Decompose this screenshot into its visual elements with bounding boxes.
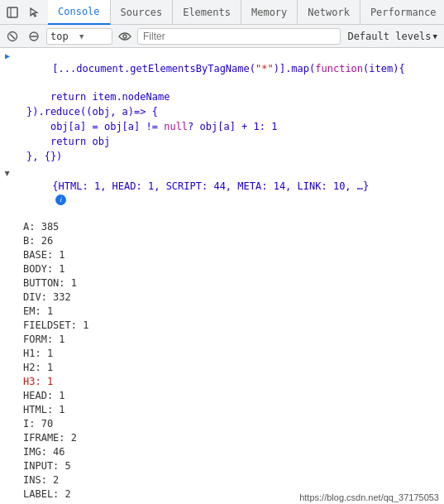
default-levels-arrow: ▼ <box>433 32 437 41</box>
tab-console[interactable]: Console <box>48 0 111 25</box>
default-levels-button[interactable]: Default levels ▼ <box>344 31 441 42</box>
property-list: A: 385B: 26BASE: 1BODY: 1BUTTON: 1DIV: 3… <box>0 220 444 502</box>
list-item: I: 70 <box>20 417 444 431</box>
tab-sources[interactable]: Sources <box>111 0 174 25</box>
list-item: H2: 1 <box>20 361 444 375</box>
console-code-6: }, {}) <box>26 150 62 163</box>
expand-input-arrow[interactable]: ▶ <box>5 50 10 63</box>
devtools-icon[interactable] <box>3 3 21 22</box>
context-select[interactable]: top ▼ <box>46 28 112 45</box>
tab-bar: Console Sources Elements Memory Network … <box>0 0 444 25</box>
svg-rect-0 <box>7 7 17 17</box>
toolbar: top ▼ Default levels ▼ <box>0 25 444 48</box>
console-code-line-4: obj[a] = obj[a] != null? obj[a] + 1: 1 <box>0 119 444 134</box>
svg-point-6 <box>123 35 127 38</box>
console-code-line-2: return item.nodeName <box>0 89 444 104</box>
list-item: DIV: 332 <box>20 290 444 305</box>
context-arrow: ▼ <box>79 32 108 41</box>
list-item: FIELDSET: 1 <box>20 319 444 333</box>
list-item: A: 385 <box>20 220 444 234</box>
list-item: H1: 1 <box>20 347 444 361</box>
list-item: B: 26 <box>20 234 444 248</box>
default-levels-label: Default levels <box>347 31 431 42</box>
list-item: BASE: 1 <box>20 248 444 262</box>
console-code-1: [...document.getElementsByTagName("*")].… <box>17 49 405 89</box>
info-icon[interactable]: i <box>55 194 66 205</box>
tab-network[interactable]: Network <box>298 0 360 25</box>
list-item: EM: 1 <box>20 305 444 319</box>
console-code-5: return obj <box>26 135 110 148</box>
svg-line-3 <box>10 34 15 39</box>
list-item: IFRAME: 2 <box>20 431 444 445</box>
console-code-line-5: return obj <box>0 134 444 149</box>
console-code-line-6: }, {}) <box>0 149 444 164</box>
stop-recording-button[interactable] <box>25 27 43 46</box>
console-code-3: }).reduce((obj, a)=> { <box>26 105 158 118</box>
url-status-bar: https://blog.csdn.net/qq_37175053 <box>294 491 444 504</box>
tab-icons <box>3 3 43 22</box>
eye-button[interactable] <box>116 27 134 46</box>
list-item: H3: 1 <box>20 375 444 389</box>
tab-memory[interactable]: Memory <box>241 0 298 25</box>
console-code-2: return item.nodeName <box>26 90 169 103</box>
context-value: top <box>50 31 79 42</box>
list-item: HEAD: 1 <box>20 389 444 403</box>
expand-result-arrow[interactable]: ▶ <box>1 171 14 176</box>
result-object-text: {HTML: 1, HEAD: 1, SCRIPT: 44, META: 14,… <box>17 166 369 219</box>
filter-input[interactable] <box>137 28 341 45</box>
list-item: INS: 2 <box>20 473 444 487</box>
list-item: BODY: 1 <box>20 262 444 276</box>
list-item: INPUT: 5 <box>20 459 444 473</box>
console-area: ▶ [...document.getElementsByTagName("*")… <box>0 48 444 502</box>
list-item: BUTTON: 1 <box>20 276 444 290</box>
console-code-line-3: }).reduce((obj, a)=> { <box>0 104 444 119</box>
result-object-line: ▶ {HTML: 1, HEAD: 1, SCRIPT: 44, META: 1… <box>0 166 444 220</box>
clear-console-button[interactable] <box>3 27 21 46</box>
list-item: IMG: 46 <box>20 445 444 459</box>
tab-performance[interactable]: Performance <box>360 0 444 25</box>
console-input-line: ▶ [...document.getElementsByTagName("*")… <box>0 48 444 89</box>
list-item: HTML: 1 <box>20 403 444 417</box>
list-item: FORM: 1 <box>20 333 444 347</box>
cursor-icon[interactable] <box>25 3 43 22</box>
tab-elements[interactable]: Elements <box>173 0 241 25</box>
console-code-4: obj[a] = obj[a] != null? obj[a] + 1: 1 <box>26 120 277 133</box>
